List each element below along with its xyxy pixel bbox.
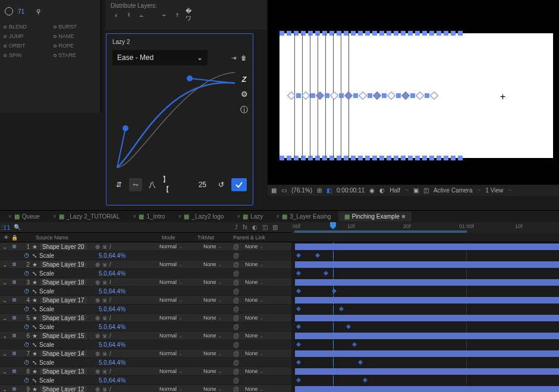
- selection-handle[interactable]: [280, 156, 284, 160]
- layer-name[interactable]: Shape Layer 14: [40, 350, 87, 357]
- selection-handle[interactable]: [458, 156, 463, 160]
- trkmat-dropdown[interactable]: None ⌄: [203, 261, 222, 267]
- pick-whip-icon[interactable]: ⊕: [95, 386, 100, 393]
- keyframe-row[interactable]: [291, 287, 559, 296]
- dist-bottom-icon[interactable]: �ワ: [186, 10, 195, 20]
- keyframe-diamond-icon[interactable]: [359, 91, 367, 100]
- scale-value[interactable]: 5.0,64.4%: [99, 306, 125, 312]
- layer-color-label[interactable]: [12, 245, 16, 248]
- selection-handle[interactable]: [382, 93, 387, 98]
- blend-mode-dropdown[interactable]: Normal ⌄: [159, 350, 183, 356]
- selection-handle[interactable]: [401, 156, 406, 160]
- blend-mode-dropdown[interactable]: Normal ⌄: [159, 297, 183, 303]
- layer-duration-bar[interactable]: [295, 386, 559, 392]
- keyframe-icon[interactable]: [358, 360, 363, 365]
- dist-top-icon[interactable]: ⫟: [159, 10, 169, 20]
- pick-whip-icon[interactable]: ⊕: [95, 244, 100, 250]
- blend-mode-dropdown[interactable]: Normal ⌄: [159, 279, 183, 285]
- keyframe-diamond-icon[interactable]: [430, 91, 438, 100]
- blend-mode-dropdown[interactable]: Normal ⌄: [159, 315, 183, 321]
- keyframe-diamond-icon[interactable]: [287, 91, 296, 100]
- parent-pickwhip-icon[interactable]: @: [233, 368, 239, 375]
- property-row[interactable]: ⏱⤡Scale5.0,64.4%@: [0, 358, 291, 367]
- ease-frame-value[interactable]: 25: [199, 181, 206, 189]
- layer-color-label[interactable]: [12, 387, 16, 391]
- rotation-control[interactable]: 71 ⚲: [5, 7, 97, 15]
- channel-icon[interactable]: ◐: [379, 187, 385, 194]
- canvas[interactable]: +: [280, 33, 553, 158]
- snapshot-icon[interactable]: ◉: [369, 187, 375, 194]
- keyframe-row[interactable]: [291, 358, 559, 367]
- twirl-icon[interactable]: ⌄: [2, 386, 7, 393]
- grid-toggle-icon[interactable]: ▦: [271, 187, 277, 194]
- selection-handle[interactable]: [408, 31, 413, 36]
- keyframe-icon[interactable]: [332, 289, 337, 293]
- pinch-mode-button[interactable]: ⥊: [129, 178, 142, 191]
- layer-color-label[interactable]: [12, 316, 16, 320]
- layer-name[interactable]: Shape Layer 15: [40, 333, 87, 339]
- keyframe-icon[interactable]: [296, 360, 301, 365]
- settings-gear-icon[interactable]: ⚙: [241, 90, 248, 99]
- parent-pickwhip-icon[interactable]: @: [233, 386, 239, 393]
- layer-row[interactable]: ⌄2★Shape Layer 19⊕※/Normal ⌄None ⌄@None …: [0, 260, 291, 269]
- selection-handle[interactable]: [379, 156, 384, 160]
- render-icon[interactable]: ▥: [272, 224, 278, 230]
- keyframe-icon[interactable]: [352, 342, 357, 347]
- graph-icon[interactable]: ⤡: [32, 270, 37, 277]
- parent-dropdown[interactable]: None ⌄: [245, 297, 264, 303]
- selection-handle[interactable]: [296, 93, 301, 98]
- pick-whip-icon[interactable]: ⊕: [95, 261, 100, 268]
- selection-handle[interactable]: [425, 93, 429, 98]
- layer-row[interactable]: ⌄9★Shape Layer 12⊕※/Normal ⌄None ⌄@None …: [0, 385, 291, 392]
- split-mode-button[interactable]: 八: [146, 178, 159, 191]
- reset-button[interactable]: ↺: [215, 178, 228, 191]
- lock-column-icon[interactable]: 🔒: [11, 235, 18, 241]
- layer-bar-row[interactable]: [291, 314, 559, 323]
- selection-handle[interactable]: [310, 93, 315, 98]
- mode-header[interactable]: Mode: [159, 235, 178, 241]
- selection-handle[interactable]: [458, 31, 463, 36]
- pick-whip-icon[interactable]: ⊕: [95, 279, 100, 286]
- selection-handle[interactable]: [429, 31, 434, 36]
- layer-bar-row[interactable]: [291, 242, 559, 251]
- layer-duration-bar[interactable]: [295, 315, 559, 321]
- layer-name[interactable]: Shape Layer 12: [40, 386, 87, 393]
- parent-pickwhip-icon[interactable]: @: [233, 315, 239, 321]
- parent-dropdown[interactable]: None ⌄: [245, 315, 264, 321]
- trkmat-dropdown[interactable]: None ⌄: [203, 244, 222, 249]
- stopwatch-icon[interactable]: ⏱: [24, 306, 30, 312]
- current-timecode[interactable]: :11: [1, 224, 10, 231]
- close-icon[interactable]: ×: [133, 213, 137, 220]
- selection-handle[interactable]: [287, 156, 291, 160]
- parent-pickwhip-icon[interactable]: @: [233, 279, 239, 286]
- scale-value[interactable]: 5.0,64.4%: [99, 377, 125, 384]
- layer-bar-row[interactable]: [291, 349, 559, 358]
- lazy-z-icon[interactable]: Z: [242, 75, 247, 84]
- selection-handle[interactable]: [394, 31, 398, 36]
- selection-handle[interactable]: [358, 156, 363, 160]
- layer-duration-bar[interactable]: [295, 244, 559, 250]
- scale-value[interactable]: 5.0,64.4%: [99, 252, 125, 259]
- layer-duration-bar[interactable]: [295, 261, 559, 268]
- guides-icon[interactable]: ▣: [413, 187, 419, 194]
- selection-handle[interactable]: [444, 156, 448, 160]
- tool-orbit[interactable]: ORBIT: [4, 43, 48, 49]
- blend-mode-dropdown[interactable]: Normal ⌄: [159, 386, 183, 392]
- keyframe-row[interactable]: [291, 305, 559, 314]
- keyframe-row[interactable]: [291, 269, 559, 278]
- blend-mode-dropdown[interactable]: Normal ⌄: [159, 244, 183, 249]
- expression-pickwhip-icon[interactable]: @: [233, 306, 239, 312]
- twirl-icon[interactable]: ⌄: [2, 333, 7, 339]
- selection-handle[interactable]: [387, 31, 391, 36]
- keyframe-icon[interactable]: [296, 289, 301, 293]
- selection-handle[interactable]: [410, 93, 415, 98]
- layer-row[interactable]: ⌄3★Shape Layer 18⊕※/Normal ⌄None ⌄@None …: [0, 278, 291, 287]
- parent-pickwhip-icon[interactable]: @: [233, 261, 239, 268]
- layer-row[interactable]: ⌄5★Shape Layer 16⊕※/Normal ⌄None ⌄@None …: [0, 314, 291, 323]
- parent-dropdown[interactable]: None ⌄: [245, 386, 264, 392]
- graph-icon[interactable]: ⤡: [32, 324, 37, 330]
- layer-name[interactable]: Shape Layer 18: [40, 279, 87, 286]
- selection-handle[interactable]: [372, 156, 377, 160]
- close-icon[interactable]: ×: [178, 213, 182, 220]
- keyframe-row[interactable]: [291, 340, 559, 349]
